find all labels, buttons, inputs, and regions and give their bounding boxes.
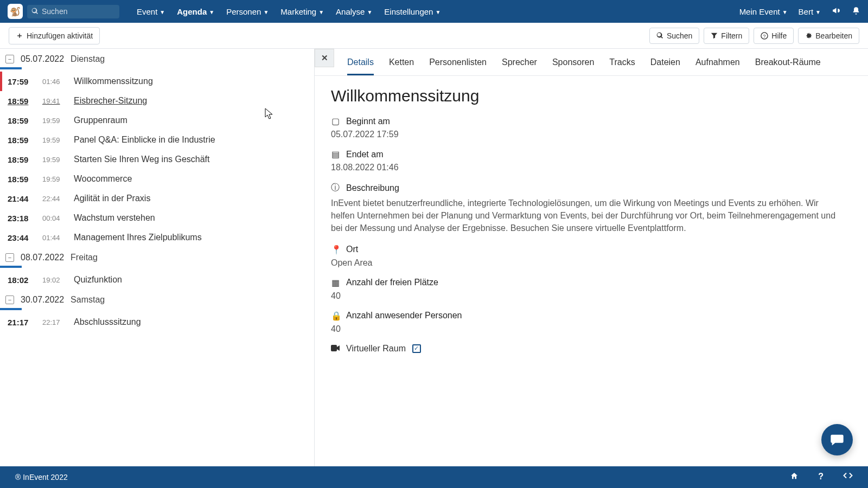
day-header[interactable]: −05.07.2022Dienstag [0, 49, 314, 67]
tab-aufnahmen[interactable]: Aufnahmen [695, 57, 740, 75]
chevron-down-icon: ▼ [435, 9, 441, 15]
lock-icon: 🔒 [331, 311, 340, 321]
nav-item-analyse[interactable]: Analyse▼ [336, 7, 372, 16]
search-button[interactable]: Suchen [649, 28, 699, 44]
collapse-icon[interactable]: − [5, 55, 14, 63]
session-end: 01:46 [42, 78, 64, 86]
nav-item-personen[interactable]: Personen▼ [226, 7, 269, 16]
session-row[interactable]: 23:1800:04Wachstum verstehen [0, 208, 314, 228]
session-row[interactable]: 23:4401:44Management Ihres Zielpublikums [0, 228, 314, 247]
session-row[interactable]: 18:5919:41Eisbrecher-Sitzung [0, 91, 314, 111]
session-start: 18:59 [8, 136, 33, 145]
session-row[interactable]: 21:1722:17Abschlusssitzung [0, 312, 314, 332]
day-date: 30.07.2022 [21, 295, 64, 305]
tab-sponsoren[interactable]: Sponsoren [552, 57, 594, 75]
session-end: 00:04 [42, 214, 64, 222]
session-end: 19:59 [42, 117, 64, 125]
session-start: 21:44 [8, 194, 33, 203]
session-title: Management Ihres Zielpublikums [74, 233, 202, 242]
virtual-room-checkbox[interactable]: ✓ [412, 344, 421, 353]
starts-at-value: 05.07.2022 17:59 [331, 130, 842, 139]
code-icon[interactable] [843, 472, 853, 483]
chevron-down-icon: ▼ [815, 9, 821, 15]
my-event-menu[interactable]: Mein Event▼ [739, 7, 788, 16]
nav-item-agenda[interactable]: Agenda▼ [177, 7, 214, 16]
starts-at-label: Beginnt am [346, 117, 390, 126]
chevron-down-icon: ▼ [263, 9, 269, 15]
search-icon [656, 32, 663, 39]
tab-sprecher[interactable]: Sprecher [502, 57, 537, 75]
main-content: −05.07.2022Dienstag17:5901:46Willkommens… [0, 49, 868, 466]
detail-panel: ✕ DetailsKettenPersonenlistenSprecherSpo… [315, 49, 868, 466]
session-row[interactable]: 18:5919:59Panel Q&A: Einblicke in die In… [0, 130, 314, 150]
tab-details[interactable]: Details [347, 57, 374, 75]
session-row[interactable]: 18:0219:02Quizfunktion [0, 270, 314, 290]
top-navbar: 🐒 Event▼Agenda▼Personen▼Marketing▼Analys… [0, 0, 868, 23]
seats-value: 40 [331, 291, 842, 301]
collapse-icon[interactable]: − [5, 253, 14, 262]
tab-breakout-räume[interactable]: Breakout-Räume [755, 57, 821, 75]
session-row[interactable]: 18:5919:59Gruppenraum [0, 111, 314, 130]
session-end: 19:41 [42, 97, 64, 105]
chevron-down-icon: ▼ [318, 9, 324, 15]
global-search[interactable] [27, 5, 119, 18]
chat-fab[interactable] [821, 424, 853, 455]
svg-rect-2 [331, 345, 337, 351]
agenda-list: −05.07.2022Dienstag17:5901:46Willkommens… [0, 49, 315, 466]
day-header[interactable]: −08.07.2022Freitag [0, 247, 314, 266]
session-start: 18:59 [8, 97, 33, 106]
search-icon [31, 7, 39, 16]
filter-icon [711, 32, 718, 39]
edit-button[interactable]: Bearbeiten [798, 28, 859, 44]
chevron-down-icon: ▼ [159, 9, 165, 15]
attendees-label: Anzahl anwesender Personen [346, 311, 462, 320]
user-menu[interactable]: Bert▼ [799, 7, 821, 16]
help-footer-icon[interactable]: ? [818, 472, 824, 483]
day-date: 08.07.2022 [21, 253, 64, 262]
session-start: 21:17 [8, 318, 33, 327]
search-input[interactable] [42, 7, 115, 16]
close-panel-button[interactable]: ✕ [315, 49, 334, 67]
session-title: Willkommenssitzung [74, 76, 153, 86]
nav-item-einstellungen[interactable]: Einstellungen▼ [384, 7, 441, 16]
megaphone-icon[interactable] [832, 6, 841, 17]
session-row[interactable]: 17:5901:46Willkommenssitzung [0, 72, 314, 91]
session-title: Eisbrecher-Sitzung [74, 96, 147, 106]
session-end: 19:59 [42, 156, 64, 164]
primary-nav: Event▼Agenda▼Personen▼Marketing▼Analyse▼… [137, 7, 441, 16]
session-row[interactable]: 21:4422:44Agilität in der Praxis [0, 189, 314, 208]
day-name: Samstag [71, 295, 105, 305]
home-icon[interactable] [790, 472, 799, 483]
info-icon: ⓘ [331, 182, 340, 194]
session-end: 22:44 [42, 195, 64, 203]
add-activity-button[interactable]: ＋ Hinzufügen aktivität [9, 27, 100, 44]
filter-button[interactable]: Filtern [704, 28, 749, 44]
nav-item-marketing[interactable]: Marketing▼ [280, 7, 324, 16]
logo-icon[interactable]: 🐒 [8, 4, 23, 19]
nav-item-event[interactable]: Event▼ [137, 7, 165, 16]
session-title: Quizfunktion [74, 275, 122, 285]
collapse-icon[interactable]: − [5, 296, 14, 304]
session-start: 18:59 [8, 155, 33, 164]
bell-icon[interactable] [852, 7, 860, 17]
session-start: 23:44 [8, 233, 33, 242]
session-end: 19:02 [42, 276, 64, 284]
session-title: Abschlusssitzung [74, 317, 141, 327]
footer: ® InEvent 2022 ? [0, 466, 868, 488]
session-row[interactable]: 18:5919:59Starten Sie Ihren Weg ins Gesc… [0, 150, 314, 169]
day-header[interactable]: −30.07.2022Samstag [0, 290, 314, 308]
session-title: Starten Sie Ihren Weg ins Geschäft [74, 155, 210, 164]
session-row[interactable]: 18:5919:59Woocommerce [0, 169, 314, 189]
tab-tracks[interactable]: Tracks [609, 57, 635, 75]
help-button[interactable]: ? Hilfe [754, 28, 794, 44]
day-name: Freitag [71, 253, 98, 262]
tab-personenlisten[interactable]: Personenlisten [429, 57, 487, 75]
session-end: 22:17 [42, 318, 64, 326]
chevron-down-icon: ▼ [209, 9, 214, 15]
session-start: 18:59 [8, 116, 33, 125]
day-name: Dienstag [71, 54, 105, 64]
tab-ketten[interactable]: Ketten [389, 57, 414, 75]
day-date: 05.07.2022 [21, 54, 64, 64]
session-title: Willkommenssitzung [331, 87, 842, 105]
tab-dateien[interactable]: Dateien [650, 57, 680, 75]
